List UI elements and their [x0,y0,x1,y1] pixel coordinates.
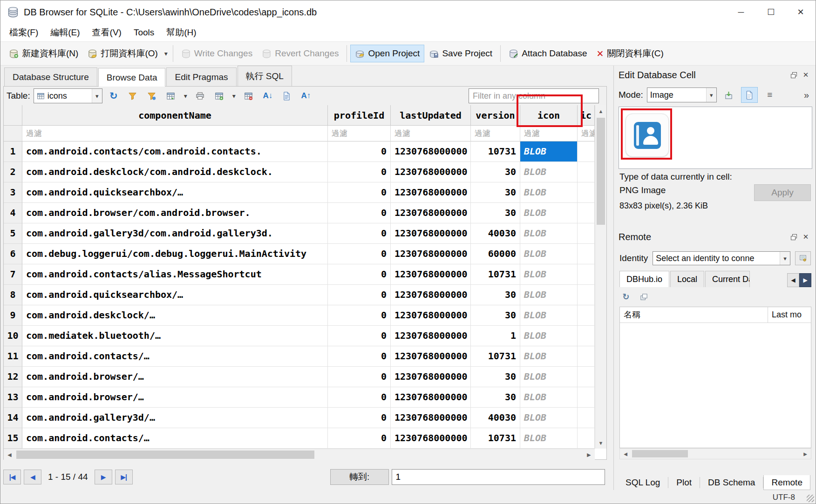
cell-lastupdated[interactable]: 1230768000000 [391,162,471,182]
tab-execute-sql[interactable]: 執行 SQL [238,66,292,86]
encoding-indicator[interactable]: UTF-8 [773,493,795,502]
refresh-button[interactable]: ↻ [106,88,122,103]
horizontal-scrollbar-thumb[interactable] [16,450,314,459]
delete-record-button[interactable] [241,88,257,103]
cell-profileid[interactable]: 0 [328,141,391,162]
cell-icon-blob[interactable]: BLOB [520,387,578,408]
cell-icon-blob[interactable]: BLOB [520,305,578,326]
new-database-button[interactable]: 新建資料庫(N) [4,44,83,63]
resize-grip[interactable] [807,495,814,502]
row-number[interactable]: 7 [4,264,22,285]
open-project-button[interactable]: Open Project [350,45,424,62]
cell-version[interactable]: 30 [471,203,520,223]
cell-profileid[interactable]: 0 [328,264,391,285]
close-button[interactable]: ✕ [786,0,816,24]
word-wrap-button[interactable]: ≡ [762,87,778,103]
cell-version[interactable]: 10731 [471,428,520,449]
cell-profileid[interactable]: 0 [328,182,391,203]
cell-componentname[interactable]: com.android.deskclock/com.android.deskcl… [22,162,328,182]
cell-profileid[interactable]: 0 [328,387,391,408]
revert-changes-button[interactable]: Revert Changes [257,45,343,62]
menu-help[interactable]: 幫助(H) [160,27,202,39]
cell-version[interactable]: 30 [471,162,520,182]
cell-profileid[interactable]: 0 [328,428,391,449]
filter-version[interactable]: 過濾 [471,126,520,141]
cell-icon-blob[interactable]: BLOB [520,346,578,367]
cell-icon-blob[interactable]: BLOB [520,141,578,162]
row-number[interactable]: 2 [4,162,22,182]
tab-edit-pragmas[interactable]: Edit Pragmas [166,67,236,86]
horizontal-scrollbar[interactable]: ◀ ▶ [4,449,595,460]
column-header-version[interactable]: version [471,105,520,126]
cell-icon-blob[interactable]: BLOB [520,428,578,449]
scroll-left-icon[interactable]: ◀ [620,449,631,459]
cell-version[interactable]: 10731 [471,346,520,367]
toolbar-overflow-button[interactable]: » [801,90,812,101]
cell-version[interactable]: 40030 [471,223,520,244]
cell-componentname[interactable]: com.debug.loggerui/com.debug.loggerui.Ma… [22,244,328,264]
row-number[interactable]: 4 [4,203,22,223]
save-filter-button[interactable] [144,88,160,103]
cell-profileid[interactable]: 0 [328,408,391,428]
close-panel-icon[interactable]: ✕ [800,69,812,81]
cell-lastupdated[interactable]: 1230768000000 [391,408,471,428]
cell-lastupdated[interactable]: 1230768000000 [391,285,471,305]
cell-componentname[interactable]: com.android.browser/… [22,387,328,408]
cell-profileid[interactable]: 0 [328,305,391,326]
row-number[interactable]: 14 [4,408,22,428]
sort-descending-button[interactable]: A↑ [298,88,314,103]
select-identity-file-button[interactable] [795,251,811,265]
filter-componentname[interactable]: 過濾 [22,126,328,141]
cell-version[interactable]: 40030 [471,408,520,428]
export-table-button[interactable] [163,88,179,103]
cell-profileid[interactable]: 0 [328,244,391,264]
tab-scroll-left-button[interactable]: ◀ [787,273,799,287]
cell-lastupdated[interactable]: 1230768000000 [391,182,471,203]
cell-lastupdated[interactable]: 1230768000000 [391,244,471,264]
edit-cell-toggle-button[interactable] [279,88,295,103]
cell-componentname[interactable]: com.android.browser/com.android.browser. [22,203,328,223]
cell-lastupdated[interactable]: 1230768000000 [391,428,471,449]
remote-refresh-button[interactable]: ↻ [619,290,632,303]
cell-icon-blob[interactable]: BLOB [520,285,578,305]
cell-lastupdated[interactable]: 1230768000000 [391,223,471,244]
scroll-up-icon[interactable]: ▲ [595,105,606,117]
cell-version[interactable]: 30 [471,285,520,305]
float-panel-icon[interactable] [788,69,800,81]
cell-lastupdated[interactable]: 1230768000000 [391,346,471,367]
attach-database-button[interactable]: Attach Database [504,45,592,62]
cell-lastupdated[interactable]: 1230768000000 [391,203,471,223]
first-page-button[interactable]: |◀ [3,470,21,484]
row-number[interactable]: 11 [4,346,22,367]
menu-edit[interactable]: 編輯(E) [44,27,86,39]
row-number[interactable]: 12 [4,367,22,387]
filter-profileid[interactable]: 過濾 [328,126,391,141]
filter-lastupdated[interactable]: 過濾 [391,126,471,141]
cell-version[interactable]: 10731 [471,264,520,285]
cell-icon-blob[interactable]: BLOB [520,244,578,264]
insert-record-dropdown-caret[interactable]: ▾ [231,90,238,101]
sort-ascending-button[interactable]: A↓ [260,88,276,103]
cell-lastupdated[interactable]: 1230768000000 [391,305,471,326]
cell-icon-blob[interactable]: BLOB [520,367,578,387]
remote-tab-local[interactable]: Local [670,271,704,287]
cell-icon-blob[interactable]: BLOB [520,182,578,203]
cell-version[interactable]: 30 [471,367,520,387]
open-database-dropdown-caret[interactable]: ▾ [163,48,170,59]
cell-profileid[interactable]: 0 [328,203,391,223]
minimize-button[interactable]: ─ [726,0,756,24]
menu-file[interactable]: 檔案(F) [3,27,44,39]
cell-componentname[interactable]: com.android.contacts/alias.MessageShortc… [22,264,328,285]
table-select[interactable]: icons ▾ [34,88,102,103]
scroll-down-icon[interactable]: ▼ [595,437,606,449]
cell-componentname[interactable]: com.android.contacts/… [22,428,328,449]
cell-profileid[interactable]: 0 [328,285,391,305]
cell-componentname[interactable]: com.android.gallery3d/com.android.galler… [22,223,328,244]
row-number[interactable]: 6 [4,244,22,264]
cell-icon-blob[interactable]: BLOB [520,326,578,346]
cell-componentname[interactable]: com.android.gallery3d/… [22,408,328,428]
remote-tab-current-database[interactable]: Current Dat [705,271,750,287]
cell-lastupdated[interactable]: 1230768000000 [391,387,471,408]
save-project-button[interactable]: Save Project [424,45,497,62]
cell-componentname[interactable]: com.android.contacts/com.android.contact… [22,141,328,162]
